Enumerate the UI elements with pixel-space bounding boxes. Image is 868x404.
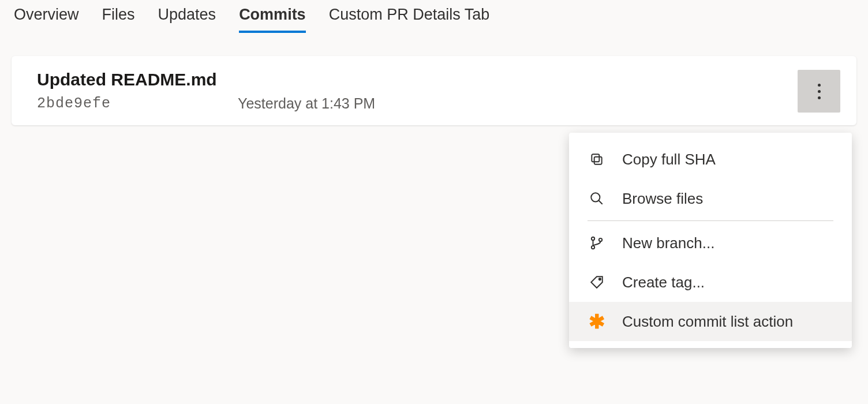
- tab-overview[interactable]: Overview: [14, 6, 79, 33]
- svg-rect-1: [592, 154, 599, 162]
- commit-sha: 2bde9efe: [37, 95, 111, 112]
- svg-point-7: [599, 278, 601, 280]
- commit-title: Updated README.md: [37, 70, 798, 89]
- tab-custom-pr-details[interactable]: Custom PR Details Tab: [329, 6, 490, 33]
- svg-point-5: [592, 246, 594, 249]
- tag-icon: [588, 273, 606, 291]
- svg-rect-0: [594, 157, 602, 164]
- tab-updates[interactable]: Updates: [158, 6, 216, 33]
- tab-files[interactable]: Files: [102, 6, 135, 33]
- asterisk-icon: ✱: [588, 312, 606, 331]
- search-icon: [588, 189, 606, 208]
- tab-commits[interactable]: Commits: [239, 6, 306, 33]
- menu-item-label: Custom commit list action: [622, 313, 793, 331]
- menu-item-custom-commit-action[interactable]: ✱ Custom commit list action: [569, 302, 852, 341]
- more-actions-button[interactable]: [798, 70, 840, 113]
- pr-tabs: Overview Files Updates Commits Custom PR…: [0, 0, 868, 33]
- commit-timestamp: Yesterday at 1:43 PM: [238, 95, 375, 112]
- menu-item-new-branch[interactable]: New branch...: [569, 223, 852, 263]
- svg-line-3: [598, 200, 603, 204]
- branch-icon: [588, 234, 606, 252]
- menu-item-browse-files[interactable]: Browse files: [569, 179, 852, 218]
- menu-divider: [588, 220, 833, 221]
- menu-item-create-tag[interactable]: Create tag...: [569, 263, 852, 302]
- commit-meta: 2bde9efe Yesterday at 1:43 PM: [37, 95, 798, 112]
- commit-context-menu: Copy full SHA Browse files New branch...: [569, 133, 852, 348]
- more-vertical-icon: [818, 84, 821, 99]
- menu-item-label: Browse files: [622, 190, 703, 208]
- svg-point-6: [599, 238, 602, 241]
- svg-point-4: [592, 237, 594, 240]
- menu-item-copy-sha[interactable]: Copy full SHA: [569, 140, 852, 179]
- menu-item-label: Copy full SHA: [622, 151, 716, 169]
- svg-point-2: [591, 193, 600, 201]
- menu-item-label: New branch...: [622, 234, 714, 252]
- copy-icon: [588, 150, 606, 169]
- menu-item-label: Create tag...: [622, 274, 705, 291]
- commit-row[interactable]: Updated README.md 2bde9efe Yesterday at …: [12, 56, 856, 125]
- commit-info: Updated README.md 2bde9efe Yesterday at …: [37, 70, 798, 112]
